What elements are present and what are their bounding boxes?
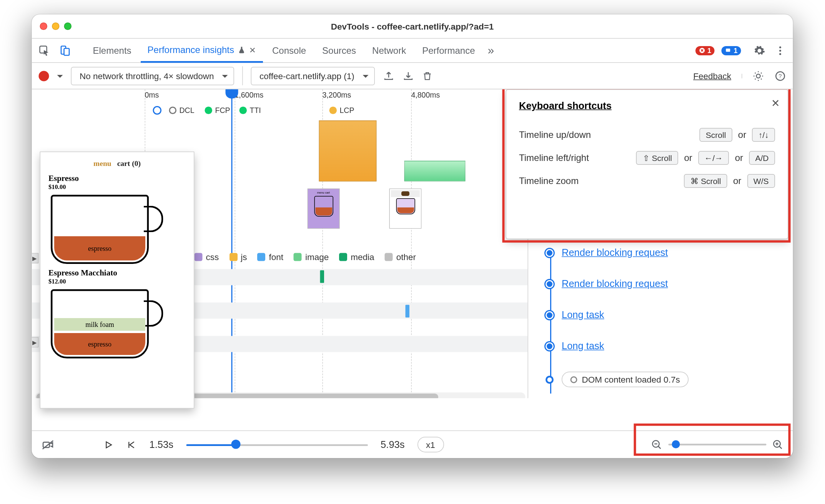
tab-performance-insights[interactable]: Performance insights ✕ (141, 39, 263, 63)
tick-label: 1,600ms (235, 91, 264, 99)
preview-item: Espresso $10.00 espresso (48, 174, 186, 264)
flask-icon (238, 46, 246, 54)
speed-chip[interactable]: x1 (417, 437, 444, 453)
svg-point-7 (779, 53, 781, 55)
export-icon[interactable] (383, 70, 394, 81)
svg-point-6 (779, 50, 781, 51)
key: ⌘ Scroll (684, 174, 727, 188)
close-icon[interactable]: ✕ (771, 97, 780, 109)
devtools-window: DevTools - coffee-cart.netlify.app/?ad=1… (32, 15, 793, 458)
svg-rect-4 (726, 48, 730, 51)
key: A/D (749, 151, 775, 165)
throttling-select[interactable]: No network throttling, 4× slowdown (71, 66, 235, 85)
metric-tti[interactable]: TTI (240, 106, 261, 115)
import-icon[interactable] (402, 70, 414, 81)
tick-label: 0ms (145, 91, 159, 99)
zoom-in-icon[interactable] (772, 439, 784, 450)
metric-fcp[interactable]: FCP (205, 106, 230, 115)
divider (242, 66, 243, 86)
close-tab-icon[interactable]: ✕ (249, 45, 256, 55)
insight-item[interactable]: Long task (546, 341, 604, 352)
tab-network[interactable]: Network (365, 39, 413, 63)
svg-point-5 (779, 46, 781, 48)
zoom-control[interactable] (651, 439, 784, 450)
request-bar[interactable] (406, 305, 410, 318)
expand-main-icon[interactable]: ▶ (32, 337, 39, 348)
issues-badge[interactable]: 1 (722, 46, 741, 55)
tab-label: Elements (93, 45, 131, 56)
kb-label: Timeline up/down (519, 130, 591, 140)
record-button[interactable] (39, 71, 49, 81)
kb-row: Timeline zoom ⌘ Scroll or W/S (519, 174, 775, 188)
cls-block[interactable] (404, 161, 466, 182)
expand-network-icon[interactable]: ▶ (32, 253, 39, 264)
tab-sources[interactable]: Sources (315, 39, 363, 63)
tab-console[interactable]: Console (265, 39, 313, 63)
key: ←/→ (698, 151, 729, 165)
tab-performance[interactable]: Performance (415, 39, 482, 63)
feedback-link[interactable]: Feedback (693, 71, 731, 81)
page-label: coffee-cart.netlify.app (1) (259, 71, 354, 81)
lcp-block[interactable] (319, 121, 377, 182)
kb-title: Keyboard shortcuts (519, 100, 775, 112)
thumbnail[interactable]: menu cart (308, 189, 340, 229)
device-toolbar-icon[interactable] (56, 41, 75, 60)
throttle-label: No network throttling, 4× slowdown (80, 71, 214, 81)
tab-label: Console (272, 45, 306, 56)
tab-label: Performance insights (148, 45, 234, 55)
svg-line-16 (779, 446, 782, 448)
record-menu-chevron-icon[interactable] (57, 71, 63, 81)
tabs-overflow-icon[interactable]: » (484, 39, 498, 63)
zoom-out-icon[interactable] (651, 439, 663, 450)
screenshot-preview: menu cart (0) Espresso $10.00 espresso E… (40, 152, 195, 409)
kb-label: Timeline left/right (519, 153, 589, 163)
delete-icon[interactable] (422, 70, 432, 81)
window-title: DevTools - coffee-cart.netlify.app/?ad=1 (32, 22, 793, 32)
preview-item: Espresso Macchiato $12.00 milk foam espr… (48, 269, 186, 358)
inspect-element-icon[interactable] (35, 41, 54, 60)
panel-settings-icon[interactable] (753, 70, 764, 81)
minimize-window-button[interactable] (52, 23, 60, 30)
insight-item[interactable]: Render blocking request (546, 247, 668, 259)
svg-line-13 (658, 446, 660, 448)
tab-label: Network (372, 45, 406, 56)
insights-toolbar: No network throttling, 4× slowdown coffe… (32, 63, 793, 90)
tab-label: Performance (422, 45, 475, 56)
time-end: 5.93s (381, 439, 404, 450)
playback-slider[interactable] (186, 443, 368, 446)
divider (742, 73, 742, 78)
rewind-icon[interactable] (126, 439, 137, 450)
insight-item[interactable]: Render blocking request (546, 279, 668, 290)
help-icon[interactable]: ? (775, 70, 786, 81)
key: ↑/↓ (752, 128, 775, 142)
zoom-window-button[interactable] (64, 23, 72, 30)
settings-icon[interactable] (750, 41, 769, 60)
request-bar[interactable] (320, 270, 324, 283)
no-video-icon[interactable] (41, 438, 55, 451)
key: ⇧ Scroll (636, 151, 678, 165)
preview-tab-menu: menu (93, 159, 111, 168)
close-window-button[interactable] (40, 23, 48, 30)
playback-footer: 1.53s 5.93s x1 (32, 431, 793, 458)
panel-tabbar: Elements Performance insights ✕ Console … (32, 39, 793, 63)
time-start: 1.53s (150, 439, 173, 450)
more-icon[interactable] (771, 41, 790, 60)
metric-dcl[interactable]: DCL (169, 106, 195, 115)
errors-badge[interactable]: 1 (695, 46, 715, 55)
tab-elements[interactable]: Elements (86, 39, 138, 63)
key: W/S (747, 174, 775, 188)
thumbnail[interactable] (389, 189, 422, 229)
page-select[interactable]: coffee-cart.netlify.app (1) (251, 66, 375, 85)
tab-label: Sources (322, 45, 356, 56)
kb-row: Timeline left/right ⇧ Scroll or ←/→ or A… (519, 151, 775, 165)
insight-item[interactable]: Long task (546, 310, 604, 321)
titlebar: DevTools - coffee-cart.netlify.app/?ad=1 (32, 15, 793, 39)
svg-text:?: ? (778, 72, 782, 79)
chevron-down-icon (222, 71, 228, 81)
keyboard-shortcuts-popup: Keyboard shortcuts ✕ Timeline up/down Sc… (506, 90, 788, 239)
svg-rect-2 (64, 48, 70, 55)
metric-lcp[interactable]: LCP (329, 106, 354, 115)
insight-chip[interactable]: DOM content loaded 0.7s (546, 372, 689, 388)
traffic-lights (40, 23, 72, 30)
play-icon[interactable] (103, 439, 114, 450)
